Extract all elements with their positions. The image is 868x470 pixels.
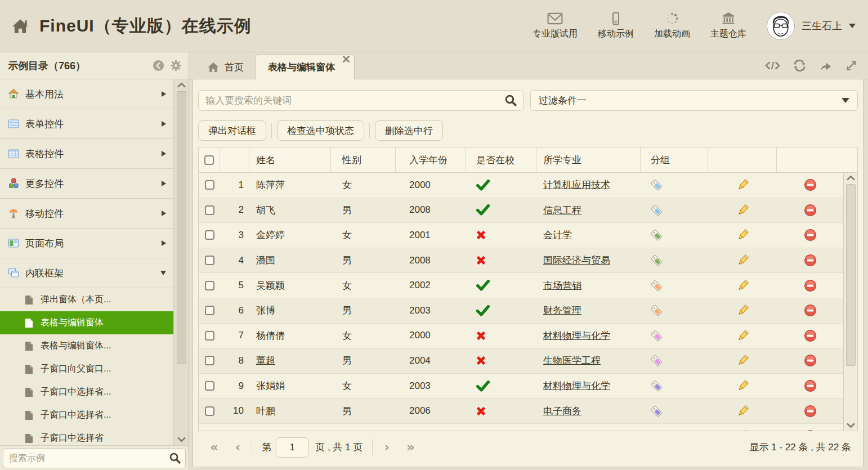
delete-icon[interactable] — [804, 178, 817, 191]
edit-icon[interactable] — [736, 254, 749, 267]
scroll-down-icon[interactable] — [177, 437, 186, 442]
edit-icon[interactable] — [736, 329, 749, 342]
sidebar-item[interactable]: 子窗口中选择省 — [0, 427, 173, 445]
row-checkbox[interactable] — [205, 256, 214, 265]
cell-name: 张娟娟 — [249, 379, 331, 392]
scrollbar-thumb[interactable] — [846, 184, 856, 366]
major-link[interactable]: 生物医学工程 — [543, 355, 601, 366]
sidebar-item[interactable]: 子窗口中选择省... — [0, 381, 173, 404]
delete-icon[interactable] — [804, 379, 817, 392]
open-dialog-button[interactable]: 弹出对话框 — [198, 120, 266, 141]
edit-icon[interactable] — [736, 405, 749, 418]
share-icon[interactable] — [819, 60, 833, 71]
grid-scrollbar[interactable] — [843, 173, 857, 431]
next-page-icon[interactable]: › — [375, 441, 397, 454]
sidebar-group[interactable]: 页面布局 — [0, 229, 173, 258]
sidebar-group[interactable]: 内联框架 — [0, 258, 173, 288]
sidebar-item[interactable]: 子窗口向父窗口... — [0, 357, 173, 381]
major-link[interactable]: 电子商务 — [543, 406, 581, 417]
prev-page-icon[interactable]: ‹ — [227, 441, 249, 454]
sidebar-item[interactable]: 表格与编辑窗体 — [0, 311, 173, 334]
delete-selected-button[interactable]: 删除选中行 — [375, 120, 443, 141]
major-link[interactable]: 材料物理与化学 — [543, 381, 610, 391]
scroll-up-icon[interactable] — [177, 83, 186, 88]
row-checkbox[interactable] — [205, 356, 214, 365]
tab-home[interactable]: 首页 — [196, 55, 255, 79]
delete-icon[interactable] — [804, 354, 817, 367]
edit-icon[interactable] — [736, 204, 749, 217]
major-link[interactable]: 会计学 — [543, 230, 572, 240]
sidebar-scrollbar[interactable] — [173, 79, 189, 445]
major-link[interactable]: 信息工程 — [543, 205, 581, 216]
sidebar-item[interactable]: 弹出窗体（本页... — [0, 288, 173, 311]
edit-icon[interactable] — [736, 354, 749, 367]
page-number-input[interactable] — [276, 437, 308, 458]
filter-dropdown[interactable]: 过滤条件一 — [530, 90, 858, 111]
expand-icon[interactable] — [845, 59, 858, 72]
close-icon[interactable] — [342, 55, 350, 63]
edit-icon[interactable] — [736, 178, 749, 191]
select-all-checkbox[interactable] — [204, 155, 214, 165]
nav-mobile-demo[interactable]: 移动示例 — [598, 12, 634, 40]
major-link[interactable]: 材料物理与化学 — [543, 330, 610, 341]
row-checkbox[interactable] — [205, 331, 214, 341]
sidebar-item[interactable]: 子窗口中选择省... — [0, 404, 173, 427]
refresh-icon[interactable] — [793, 59, 807, 72]
delete-icon[interactable] — [804, 279, 817, 292]
column-header-enrolled[interactable]: 是否在校 — [466, 147, 536, 172]
delete-icon[interactable] — [804, 304, 817, 317]
row-checkbox[interactable] — [205, 306, 214, 315]
sidebar-group[interactable]: 移动控件 — [0, 199, 173, 229]
nav-loading-animation[interactable]: 加载动画 — [654, 12, 690, 40]
source-code-icon[interactable] — [765, 60, 780, 71]
search-icon[interactable] — [169, 452, 181, 464]
gear-icon[interactable] — [170, 60, 182, 71]
user-menu[interactable]: 三生石上 — [767, 12, 856, 40]
column-header-group[interactable]: 分组 — [641, 147, 708, 172]
column-header-gender[interactable]: 性别 — [331, 147, 396, 172]
collapse-sidebar-icon[interactable] — [153, 60, 164, 71]
row-checkbox[interactable] — [205, 180, 214, 190]
sidebar-group[interactable]: 基本用法 — [0, 79, 173, 109]
column-header-year[interactable]: 入学年份 — [396, 147, 466, 172]
tab-grid-edit-window[interactable]: 表格与编辑窗体 — [255, 55, 355, 79]
search-icon[interactable] — [504, 94, 517, 107]
row-checkbox[interactable] — [205, 281, 214, 290]
row-checkbox[interactable] — [205, 381, 214, 391]
cell-gender: 女 — [331, 329, 396, 342]
row-checkbox[interactable] — [205, 406, 214, 416]
cell-year: 2008 — [396, 204, 466, 216]
major-link[interactable]: 市场营销 — [543, 280, 581, 291]
major-link[interactable]: 财务管理 — [543, 305, 581, 316]
edit-icon[interactable] — [736, 304, 749, 317]
keyword-search-input[interactable] — [198, 90, 524, 111]
scroll-down-icon[interactable] — [847, 423, 855, 428]
delete-icon[interactable] — [804, 329, 817, 342]
last-page-icon[interactable]: » — [398, 441, 423, 454]
first-page-icon[interactable]: « — [202, 441, 227, 454]
scrollbar-thumb[interactable] — [177, 91, 186, 364]
nav-trial[interactable]: 专业版试用 — [533, 12, 578, 40]
sidebar-group[interactable]: 表单控件 — [0, 109, 173, 139]
scroll-up-icon[interactable] — [847, 176, 855, 181]
sidebar-group[interactable]: 表格控件 — [0, 139, 173, 169]
chevron-down-icon — [849, 24, 856, 28]
row-checkbox[interactable] — [205, 230, 214, 240]
edit-icon[interactable] — [736, 229, 749, 241]
column-header-name[interactable]: 姓名 — [249, 147, 331, 172]
delete-icon[interactable] — [804, 229, 817, 241]
sidebar-search-input[interactable] — [3, 448, 186, 468]
sidebar-item[interactable]: 表格与编辑窗体... — [0, 334, 173, 357]
sidebar-group[interactable]: 更多控件 — [0, 169, 173, 199]
delete-icon[interactable] — [804, 204, 817, 217]
major-link[interactable]: 国际经济与贸易 — [543, 255, 610, 266]
major-link[interactable]: 计算机应用技术 — [543, 180, 610, 190]
column-header-major[interactable]: 所学专业 — [536, 147, 641, 172]
edit-icon[interactable] — [736, 379, 749, 392]
check-selection-button[interactable]: 检查选中项状态 — [277, 120, 364, 141]
nav-theme-repo[interactable]: 主题仓库 — [710, 12, 746, 40]
delete-icon[interactable] — [804, 254, 817, 267]
row-checkbox[interactable] — [205, 205, 214, 215]
delete-icon[interactable] — [804, 405, 817, 418]
edit-icon[interactable] — [736, 279, 749, 292]
